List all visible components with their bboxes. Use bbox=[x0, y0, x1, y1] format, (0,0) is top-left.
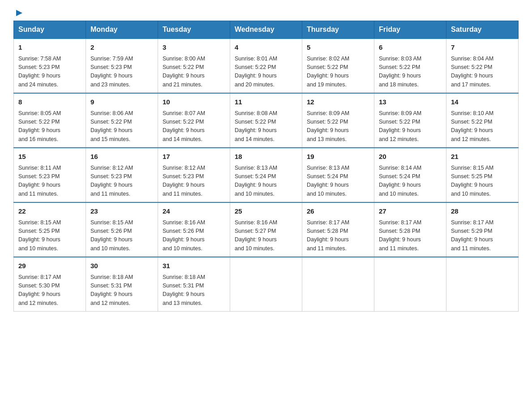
day-info: Sunrise: 8:17 AMSunset: 5:28 PMDaylight:… bbox=[307, 218, 369, 253]
day-number: 6 bbox=[379, 43, 442, 53]
day-info: Sunrise: 8:05 AMSunset: 5:22 PMDaylight:… bbox=[18, 109, 81, 144]
calendar-week-5: 29Sunrise: 8:17 AMSunset: 5:30 PMDayligh… bbox=[14, 257, 519, 312]
calendar-cell: 13Sunrise: 8:09 AMSunset: 5:22 PMDayligh… bbox=[374, 93, 446, 148]
day-info: Sunrise: 8:04 AMSunset: 5:22 PMDaylight:… bbox=[451, 55, 514, 90]
calendar-cell: 26Sunrise: 8:17 AMSunset: 5:28 PMDayligh… bbox=[302, 202, 374, 257]
day-number: 22 bbox=[18, 206, 81, 217]
calendar-cell: 22Sunrise: 8:15 AMSunset: 5:25 PMDayligh… bbox=[14, 202, 86, 257]
day-number: 21 bbox=[451, 152, 514, 162]
day-info: Sunrise: 8:15 AMSunset: 5:25 PMDaylight:… bbox=[18, 218, 81, 253]
day-number: 9 bbox=[90, 97, 153, 107]
calendar-cell: 17Sunrise: 8:12 AMSunset: 5:23 PMDayligh… bbox=[158, 148, 230, 202]
calendar-cell: 27Sunrise: 8:17 AMSunset: 5:28 PMDayligh… bbox=[374, 202, 446, 257]
day-info: Sunrise: 8:18 AMSunset: 5:31 PMDaylight:… bbox=[163, 273, 225, 308]
page-header bbox=[13, 9, 519, 16]
day-header-friday: Friday bbox=[374, 21, 446, 39]
day-number: 29 bbox=[18, 261, 81, 271]
calendar-cell: 28Sunrise: 8:17 AMSunset: 5:29 PMDayligh… bbox=[446, 202, 519, 257]
day-info: Sunrise: 8:17 AMSunset: 5:28 PMDaylight:… bbox=[379, 218, 442, 253]
calendar-cell: 31Sunrise: 8:18 AMSunset: 5:31 PMDayligh… bbox=[158, 257, 230, 312]
day-number: 27 bbox=[379, 206, 442, 217]
day-number: 15 bbox=[18, 152, 81, 162]
calendar-cell: 3Sunrise: 8:00 AMSunset: 5:22 PMDaylight… bbox=[158, 39, 230, 93]
day-info: Sunrise: 8:17 AMSunset: 5:30 PMDaylight:… bbox=[18, 273, 81, 308]
day-header-sunday: Sunday bbox=[14, 21, 86, 39]
day-number: 3 bbox=[163, 43, 225, 53]
calendar-cell: 30Sunrise: 8:18 AMSunset: 5:31 PMDayligh… bbox=[86, 257, 158, 312]
day-number: 20 bbox=[379, 152, 442, 162]
day-info: Sunrise: 8:09 AMSunset: 5:22 PMDaylight:… bbox=[307, 109, 369, 144]
day-number: 1 bbox=[18, 43, 81, 53]
day-header-tuesday: Tuesday bbox=[158, 21, 230, 39]
calendar-cell: 23Sunrise: 8:15 AMSunset: 5:26 PMDayligh… bbox=[86, 202, 158, 257]
day-info: Sunrise: 8:12 AMSunset: 5:23 PMDaylight:… bbox=[163, 164, 225, 199]
calendar-week-3: 15Sunrise: 8:11 AMSunset: 5:23 PMDayligh… bbox=[14, 148, 519, 202]
day-info: Sunrise: 8:17 AMSunset: 5:29 PMDaylight:… bbox=[451, 218, 514, 253]
calendar-cell: 7Sunrise: 8:04 AMSunset: 5:22 PMDaylight… bbox=[446, 39, 519, 93]
day-number: 8 bbox=[18, 97, 81, 107]
day-number: 19 bbox=[307, 152, 369, 162]
day-info: Sunrise: 7:59 AMSunset: 5:23 PMDaylight:… bbox=[90, 55, 153, 90]
day-info: Sunrise: 8:08 AMSunset: 5:22 PMDaylight:… bbox=[235, 109, 297, 144]
calendar-cell: 24Sunrise: 8:16 AMSunset: 5:26 PMDayligh… bbox=[158, 202, 230, 257]
calendar-cell: 18Sunrise: 8:13 AMSunset: 5:24 PMDayligh… bbox=[230, 148, 302, 202]
calendar-week-1: 1Sunrise: 7:58 AMSunset: 5:23 PMDaylight… bbox=[14, 39, 519, 93]
day-info: Sunrise: 8:16 AMSunset: 5:26 PMDaylight:… bbox=[163, 218, 225, 253]
day-header-monday: Monday bbox=[86, 21, 158, 39]
day-number: 11 bbox=[235, 97, 297, 107]
calendar-cell: 19Sunrise: 8:13 AMSunset: 5:24 PMDayligh… bbox=[302, 148, 374, 202]
calendar-cell bbox=[374, 257, 446, 312]
calendar-cell: 15Sunrise: 8:11 AMSunset: 5:23 PMDayligh… bbox=[14, 148, 86, 202]
day-info: Sunrise: 8:09 AMSunset: 5:22 PMDaylight:… bbox=[379, 109, 442, 144]
day-header-thursday: Thursday bbox=[302, 21, 374, 39]
calendar-header: SundayMondayTuesdayWednesdayThursdayFrid… bbox=[14, 21, 519, 39]
calendar-cell bbox=[230, 257, 302, 312]
day-number: 4 bbox=[235, 43, 297, 53]
calendar-week-4: 22Sunrise: 8:15 AMSunset: 5:25 PMDayligh… bbox=[14, 202, 519, 257]
day-info: Sunrise: 8:13 AMSunset: 5:24 PMDaylight:… bbox=[307, 164, 369, 199]
calendar-cell: 25Sunrise: 8:16 AMSunset: 5:27 PMDayligh… bbox=[230, 202, 302, 257]
calendar-cell: 29Sunrise: 8:17 AMSunset: 5:30 PMDayligh… bbox=[14, 257, 86, 312]
calendar-body: 1Sunrise: 7:58 AMSunset: 5:23 PMDaylight… bbox=[14, 39, 519, 312]
day-info: Sunrise: 8:18 AMSunset: 5:31 PMDaylight:… bbox=[90, 273, 153, 308]
day-number: 16 bbox=[90, 152, 153, 162]
day-info: Sunrise: 8:14 AMSunset: 5:24 PMDaylight:… bbox=[379, 164, 442, 199]
day-number: 25 bbox=[235, 206, 297, 217]
calendar-cell: 4Sunrise: 8:01 AMSunset: 5:22 PMDaylight… bbox=[230, 39, 302, 93]
day-header-saturday: Saturday bbox=[446, 21, 519, 39]
day-info: Sunrise: 8:10 AMSunset: 5:22 PMDaylight:… bbox=[451, 109, 514, 144]
days-of-week-row: SundayMondayTuesdayWednesdayThursdayFrid… bbox=[14, 21, 519, 39]
svg-marker-0 bbox=[16, 10, 22, 16]
day-number: 26 bbox=[307, 206, 369, 217]
day-number: 18 bbox=[235, 152, 297, 162]
calendar-cell: 1Sunrise: 7:58 AMSunset: 5:23 PMDaylight… bbox=[14, 39, 86, 93]
day-info: Sunrise: 8:06 AMSunset: 5:22 PMDaylight:… bbox=[90, 109, 153, 144]
day-number: 7 bbox=[451, 43, 514, 53]
day-info: Sunrise: 8:12 AMSunset: 5:23 PMDaylight:… bbox=[90, 164, 153, 199]
calendar-cell: 21Sunrise: 8:15 AMSunset: 5:25 PMDayligh… bbox=[446, 148, 519, 202]
calendar-cell: 16Sunrise: 8:12 AMSunset: 5:23 PMDayligh… bbox=[86, 148, 158, 202]
day-info: Sunrise: 8:07 AMSunset: 5:22 PMDaylight:… bbox=[163, 109, 225, 144]
calendar-cell: 11Sunrise: 8:08 AMSunset: 5:22 PMDayligh… bbox=[230, 93, 302, 148]
day-number: 5 bbox=[307, 43, 369, 53]
calendar-table: SundayMondayTuesdayWednesdayThursdayFrid… bbox=[13, 21, 519, 312]
day-info: Sunrise: 8:15 AMSunset: 5:25 PMDaylight:… bbox=[451, 164, 514, 199]
calendar-cell: 8Sunrise: 8:05 AMSunset: 5:22 PMDaylight… bbox=[14, 93, 86, 148]
day-number: 28 bbox=[451, 206, 514, 217]
day-info: Sunrise: 8:16 AMSunset: 5:27 PMDaylight:… bbox=[235, 218, 297, 253]
calendar-cell bbox=[446, 257, 519, 312]
day-header-wednesday: Wednesday bbox=[230, 21, 302, 39]
day-info: Sunrise: 8:02 AMSunset: 5:22 PMDaylight:… bbox=[307, 55, 369, 90]
calendar-cell: 5Sunrise: 8:02 AMSunset: 5:22 PMDaylight… bbox=[302, 39, 374, 93]
day-number: 12 bbox=[307, 97, 369, 107]
day-info: Sunrise: 8:00 AMSunset: 5:22 PMDaylight:… bbox=[163, 55, 225, 90]
day-info: Sunrise: 8:13 AMSunset: 5:24 PMDaylight:… bbox=[235, 164, 297, 199]
day-number: 10 bbox=[163, 97, 225, 107]
calendar-cell: 2Sunrise: 7:59 AMSunset: 5:23 PMDaylight… bbox=[86, 39, 158, 93]
calendar-cell: 12Sunrise: 8:09 AMSunset: 5:22 PMDayligh… bbox=[302, 93, 374, 148]
day-number: 30 bbox=[90, 261, 153, 271]
day-number: 17 bbox=[163, 152, 225, 162]
day-number: 2 bbox=[90, 43, 153, 53]
day-number: 23 bbox=[90, 206, 153, 217]
day-info: Sunrise: 8:01 AMSunset: 5:22 PMDaylight:… bbox=[235, 55, 297, 90]
